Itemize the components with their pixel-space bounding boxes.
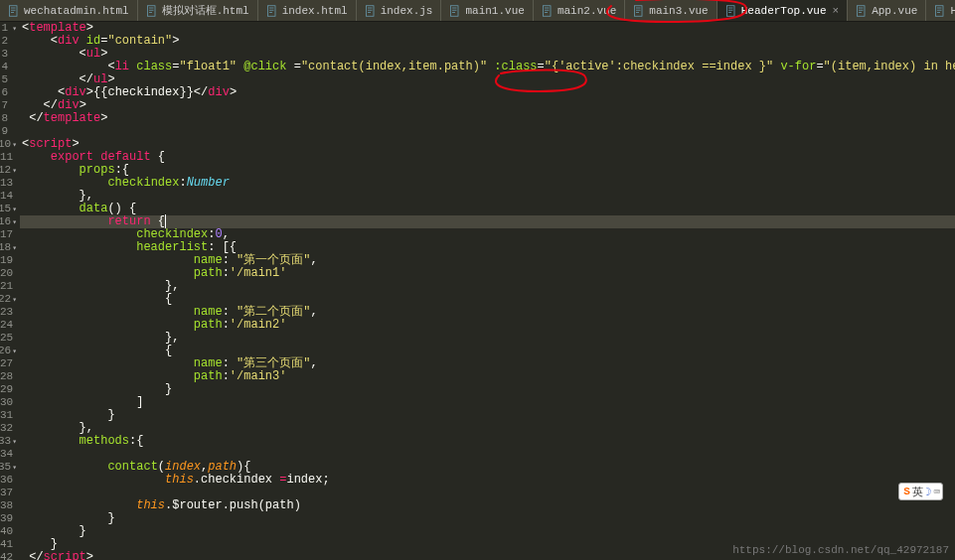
ime-toolbar[interactable]: S 英 ☽ ⌨ — [898, 483, 943, 500]
file-icon — [365, 5, 377, 17]
tab-main1-vue[interactable]: main1.vue — [441, 0, 533, 21]
file-icon — [934, 5, 946, 17]
file-icon — [8, 5, 20, 17]
file-icon — [725, 5, 737, 17]
code-line-8[interactable]: </template> — [20, 112, 955, 125]
tab-label: main3.vue — [649, 5, 708, 17]
code-line-36[interactable]: this.checkindex =index; — [20, 474, 955, 487]
tab-模拟对话框-html[interactable]: 模拟对话框.html — [138, 0, 258, 21]
tab-label: App.vue — [872, 5, 917, 17]
code-line-29[interactable]: } — [20, 383, 955, 396]
tab-wechatadmin-html[interactable]: wechatadmin.html — [0, 0, 138, 21]
tab-label: main2.vue — [557, 5, 616, 17]
line-gutter: 1▾2345678910▾1112▾131415▾16▾1718▾1920212… — [0, 22, 20, 560]
file-icon — [146, 5, 158, 17]
file-icon — [266, 5, 278, 17]
code-line-14[interactable]: }, — [20, 190, 955, 203]
code-line-2[interactable]: <div id="contain"> — [20, 35, 955, 48]
svg-rect-9 — [936, 5, 944, 16]
svg-rect-1 — [147, 5, 155, 16]
code-line-39[interactable]: } — [20, 512, 955, 525]
code-line-38[interactable]: this.$router.push(path) — [20, 499, 955, 512]
svg-rect-2 — [267, 5, 275, 16]
tab-label: HeaderTop.vue — [741, 5, 827, 17]
code-line-40[interactable]: } — [20, 525, 955, 538]
moon-icon[interactable]: ☽ — [925, 486, 932, 498]
svg-rect-0 — [10, 5, 18, 16]
code-line-7[interactable]: </div> — [20, 99, 955, 112]
ime-more-icon[interactable]: ⌨ — [933, 486, 940, 498]
sogou-icon: S — [903, 486, 910, 497]
svg-rect-5 — [543, 5, 551, 16]
tab-HeaderTop-vue[interactable]: HeaderTop.vue× — [717, 0, 848, 21]
code-line-31[interactable]: } — [20, 409, 955, 422]
tab-bar: wechatadmin.html模拟对话框.htmlindex.htmlinde… — [0, 0, 955, 22]
tab-HelloWorld-vue[interactable]: HelloWorld.vue — [926, 0, 955, 21]
tab-App-vue[interactable]: App.vue — [848, 0, 926, 21]
tab-label: 模拟对话框.html — [162, 3, 249, 18]
tab-index-js[interactable]: index.js — [357, 0, 442, 21]
code-line-33[interactable]: methods:{ — [20, 435, 955, 448]
code-area[interactable]: <template> <div id="contain"> <ul> <li c… — [20, 22, 955, 560]
code-editor[interactable]: 1▾2345678910▾1112▾131415▾16▾1718▾1920212… — [0, 22, 955, 560]
file-icon — [633, 5, 645, 17]
tab-main3-vue[interactable]: main3.vue — [625, 0, 716, 21]
tab-label: HelloWorld.vue — [950, 5, 955, 17]
file-icon — [449, 5, 461, 17]
file-icon — [856, 5, 868, 17]
svg-rect-3 — [366, 5, 374, 16]
tab-label: wechatadmin.html — [24, 5, 129, 17]
svg-rect-8 — [858, 5, 866, 16]
code-line-9[interactable] — [20, 125, 955, 138]
code-line-6[interactable]: <div>{{checkindex}}</div> — [20, 86, 955, 99]
tab-index-html[interactable]: index.html — [258, 0, 357, 21]
watermark: https://blog.csdn.net/qq_42972187 — [732, 544, 949, 556]
svg-rect-7 — [726, 5, 734, 16]
svg-rect-6 — [635, 5, 643, 16]
tab-label: main1.vue — [465, 5, 524, 17]
tab-main2-vue[interactable]: main2.vue — [534, 0, 625, 21]
close-icon[interactable]: × — [833, 5, 840, 17]
file-icon — [542, 5, 554, 17]
tab-label: index.html — [282, 5, 348, 17]
code-line-4[interactable]: <li class="float1" @click ="contact(inde… — [20, 61, 955, 73]
code-line-13[interactable]: checkindex:Number — [20, 177, 955, 190]
tab-label: index.js — [381, 5, 433, 17]
ime-lang[interactable]: 英 — [912, 485, 923, 499]
code-line-30[interactable]: ] — [20, 396, 955, 409]
code-line-11[interactable]: export default { — [20, 151, 955, 164]
svg-rect-4 — [451, 5, 459, 16]
code-line-32[interactable]: }, — [20, 422, 955, 435]
